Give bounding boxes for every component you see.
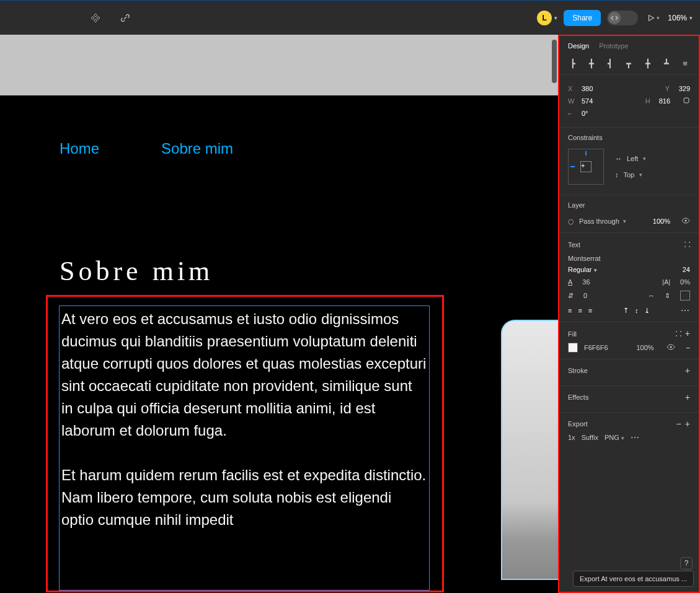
properties-panel: Design Prototype ┣ ╋ ┫ ┳ ╋ ┻ ≡ X 380 Y 3… xyxy=(558,35,700,593)
page-nav: Home Sobre mim xyxy=(60,140,233,157)
chevron-down-icon: ▾ xyxy=(689,15,693,21)
constraint-v[interactable]: ↕ Top ▾ xyxy=(615,171,646,178)
chevron-down-icon: ▾ xyxy=(554,15,557,21)
page-title: Sobre mim xyxy=(60,255,213,287)
font-family[interactable]: Montserrat xyxy=(568,255,690,262)
y-input[interactable]: 329 xyxy=(679,85,690,92)
add-stroke-icon[interactable]: + xyxy=(685,366,690,376)
export-title: Export xyxy=(568,420,588,428)
x-label: X xyxy=(568,85,577,92)
text-style-icon[interactable]: ⸬ xyxy=(684,239,690,250)
h-label: H xyxy=(645,97,654,105)
effects-section: Effects+ xyxy=(559,386,699,413)
present-button[interactable]: ▾ xyxy=(644,9,662,27)
svg-rect-1 xyxy=(94,19,97,22)
export-suffix[interactable]: Suffix xyxy=(582,434,598,441)
rotation-input[interactable]: 0° xyxy=(582,110,588,117)
zoom-control[interactable]: 106% ▾ xyxy=(668,14,693,22)
text-align-center-icon[interactable]: ≡ xyxy=(578,307,582,314)
transform-section: X 380 Y 329 W 574 H 816 ⌐ 0° xyxy=(559,75,699,128)
fill-color-swatch[interactable] xyxy=(568,343,578,353)
text-more-icon[interactable]: ⋯ xyxy=(681,305,690,315)
auto-width-icon[interactable]: ↔ xyxy=(648,292,655,299)
add-fill-icon[interactable]: + xyxy=(685,328,690,338)
w-input[interactable]: 574 xyxy=(582,97,593,105)
distribute-icon[interactable]: ≡ xyxy=(680,58,690,68)
font-size[interactable]: 24 xyxy=(683,266,690,273)
export-format[interactable]: PNG ▾ xyxy=(605,434,624,441)
fill-visibility-icon[interactable] xyxy=(667,343,675,353)
zoom-value: 106% xyxy=(668,14,687,22)
export-more-icon[interactable]: ⋯ xyxy=(631,433,640,442)
link-icon[interactable] xyxy=(117,9,134,27)
dev-mode-toggle[interactable] xyxy=(607,11,638,25)
body-text[interactable]: At vero eos et accusamus et iusto odio d… xyxy=(61,308,427,553)
device-mockup xyxy=(501,320,558,580)
align-bottom-icon[interactable]: ┻ xyxy=(662,58,671,68)
add-effect-icon[interactable]: + xyxy=(685,392,690,402)
letter-spacing-icon: |A| xyxy=(662,278,670,286)
visibility-icon[interactable] xyxy=(681,216,690,226)
constraints-widget[interactable]: + xyxy=(568,149,604,185)
selection-highlight: At vero eos et accusamus et iusto odio d… xyxy=(46,295,444,592)
text-valign-bot-icon[interactable]: ⤓ xyxy=(644,307,650,315)
paragraph-spacing-input[interactable]: 0 xyxy=(583,292,587,299)
effects-title: Effects xyxy=(568,393,588,401)
x-input[interactable]: 380 xyxy=(582,85,593,92)
nav-home[interactable]: Home xyxy=(60,140,99,157)
text-valign-mid-icon[interactable]: ↕ xyxy=(635,307,639,315)
align-vcenter-icon[interactable]: ╋ xyxy=(643,58,653,68)
fill-opacity[interactable]: 100% xyxy=(636,344,653,351)
line-height-input[interactable]: 36 xyxy=(582,278,590,286)
tab-prototype[interactable]: Prototype xyxy=(599,42,628,50)
canvas-bg-strip xyxy=(0,35,558,95)
remove-export-icon[interactable]: − xyxy=(676,419,681,429)
align-top-icon[interactable]: ┳ xyxy=(624,58,634,68)
align-left-icon[interactable]: ┣ xyxy=(568,58,578,68)
layer-opacity[interactable]: 100% xyxy=(653,217,670,225)
y-label: Y xyxy=(665,85,674,92)
avatar: L xyxy=(537,11,552,25)
export-section: Export − + 1x Suffix PNG ▾ ⋯ xyxy=(559,413,699,449)
align-right-icon[interactable]: ┫ xyxy=(605,58,615,68)
h-input[interactable]: 816 xyxy=(659,97,670,105)
text-title: Text xyxy=(568,241,580,248)
fill-style-icon[interactable]: ⸬ xyxy=(676,328,681,338)
svg-rect-3 xyxy=(97,16,100,19)
help-icon[interactable]: ? xyxy=(680,557,693,569)
letter-spacing-input[interactable]: 0% xyxy=(680,278,690,286)
fixed-size-icon[interactable] xyxy=(680,291,690,301)
fill-hex[interactable]: F6F6F6 xyxy=(584,344,608,351)
add-export-icon[interactable]: + xyxy=(685,419,690,429)
paragraph-2: Et harum quidem rerum facilis est et exp… xyxy=(61,464,427,531)
scrollbar-vertical[interactable] xyxy=(552,40,557,83)
stroke-title: Stroke xyxy=(568,367,588,374)
remove-fill-icon[interactable]: − xyxy=(686,344,690,351)
fill-title: Fill xyxy=(568,330,577,338)
blend-mode[interactable]: Pass through ▾ xyxy=(579,217,626,225)
nav-about[interactable]: Sobre mim xyxy=(161,140,233,157)
constraints-section: Constraints + ↔ Left ▾ ↕ Top ▾ xyxy=(559,128,699,195)
export-tooltip: Export At vero eos et accusamus ... xyxy=(573,571,694,587)
text-align-right-icon[interactable]: ≡ xyxy=(588,307,592,314)
align-tools: ┣ ╋ ┫ ┳ ╋ ┻ ≡ xyxy=(559,55,699,75)
components-icon[interactable] xyxy=(87,9,104,27)
constraint-h[interactable]: ↔ Left ▾ xyxy=(615,155,646,162)
layer-section: Layer ◌ Pass through ▾ 100% xyxy=(559,195,699,233)
align-hcenter-icon[interactable]: ╋ xyxy=(587,58,596,68)
export-scale[interactable]: 1x xyxy=(568,434,575,441)
text-align-left-icon[interactable]: ≡ xyxy=(568,307,572,314)
paragraph-1: At vero eos et accusamus et iusto odio d… xyxy=(61,308,427,442)
tab-design[interactable]: Design xyxy=(568,42,589,50)
layer-title: Layer xyxy=(568,201,690,209)
link-dims-icon[interactable] xyxy=(683,96,690,106)
auto-height-icon[interactable]: ⇕ xyxy=(665,292,670,300)
share-button[interactable]: Share xyxy=(564,10,601,26)
blend-icon: ◌ xyxy=(568,217,574,226)
constraints-title: Constraints xyxy=(568,134,690,141)
text-valign-top-icon[interactable]: ⤒ xyxy=(623,307,629,315)
font-weight[interactable]: Regular ▾ xyxy=(568,266,597,273)
user-menu[interactable]: L ▾ xyxy=(537,11,557,25)
w-label: W xyxy=(568,97,577,105)
canvas[interactable]: Home Sobre mim Sobre mim At vero eos et … xyxy=(0,35,558,593)
